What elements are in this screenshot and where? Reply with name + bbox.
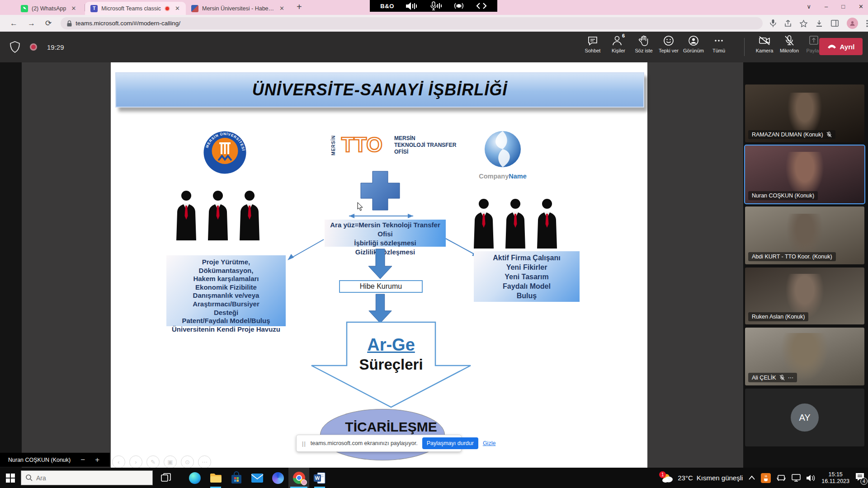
word-icon[interactable]: W: [309, 468, 330, 488]
side-panel-icon[interactable]: [831, 20, 839, 27]
tab-search-chevron-icon[interactable]: ∨: [807, 3, 811, 10]
tab-title: Mersin Üniversitesi - Haberler -: [202, 5, 274, 12]
mail-icon[interactable]: [247, 468, 268, 488]
tab-title: Microsoft Teams classic: [101, 5, 161, 12]
participant-tile[interactable]: RAMAZAN DUMAN (Konuk): [745, 84, 864, 142]
tab-teams[interactable]: T Microsoft Teams classic ✕: [85, 2, 186, 15]
maximize-icon[interactable]: □: [841, 3, 845, 10]
ms-store-icon[interactable]: [226, 468, 247, 488]
edge-icon[interactable]: [184, 468, 205, 488]
network-icon[interactable]: [792, 474, 801, 482]
zoom-out-button[interactable]: −: [80, 455, 85, 465]
zoom-in-button[interactable]: +: [95, 455, 99, 465]
participant-tile[interactable]: Ali ÇELİK ⋯: [745, 328, 864, 385]
code-brackets-icon[interactable]: [476, 3, 487, 9]
system-tray: 1 23°C Kısmen güneşli 15:15 16.11.2023 4: [661, 468, 868, 488]
prev-slide-icon[interactable]: ‹: [112, 455, 125, 469]
back-icon[interactable]: ←: [10, 19, 18, 28]
tab-mersin[interactable]: Mersin Üniversitesi - Haberler - ✕: [186, 2, 290, 15]
menu-kebab-icon[interactable]: [866, 20, 868, 27]
recording-dot-icon: [30, 43, 37, 51]
file-explorer-icon[interactable]: [205, 468, 226, 488]
microphone-button[interactable]: Mikrofon: [777, 35, 802, 53]
raise-hand-button[interactable]: Söz iste: [631, 35, 656, 53]
notification-center-button[interactable]: 4: [855, 473, 864, 483]
more-button[interactable]: Tümü: [706, 35, 731, 53]
participant-tile[interactable]: Abdi KURT - TTO Koor. (Konuk): [745, 206, 864, 264]
people-button[interactable]: 6 Kişiler: [606, 35, 631, 53]
start-button[interactable]: [0, 468, 21, 488]
address-bar-icons: [770, 18, 868, 29]
reload-icon[interactable]: ⟳: [45, 19, 52, 28]
university-activities-box: Proje Yürütme, Dökümantasyon, Hakem karş…: [166, 255, 286, 326]
tto-letters: TTO: [341, 134, 389, 156]
profile-avatar[interactable]: [847, 18, 858, 29]
presenter-name: Nuran COŞKUN (Konuk): [8, 457, 71, 463]
radar-icon[interactable]: [454, 1, 464, 11]
company-logo: [484, 130, 522, 168]
download-icon[interactable]: [816, 20, 823, 27]
java-update-icon[interactable]: [761, 473, 771, 483]
tab-close-icon[interactable]: ✕: [70, 5, 77, 12]
taskbar-clock[interactable]: 15:15 16.11.2023: [821, 471, 849, 485]
forward-icon[interactable]: →: [28, 19, 35, 28]
pen-icon[interactable]: ✎: [146, 455, 160, 469]
task-view-button[interactable]: [156, 468, 176, 488]
tab-whatsapp[interactable]: (2) WhatsApp ✕: [15, 2, 82, 15]
bo-audio-overlay: B&O: [370, 0, 497, 12]
screen: (2) WhatsApp ✕ T Microsoft Teams classic…: [0, 0, 868, 488]
bookmark-star-icon[interactable]: [800, 20, 807, 27]
more-controls-icon[interactable]: ⋯: [198, 455, 211, 469]
next-slide-icon[interactable]: ›: [129, 455, 142, 469]
chat-button[interactable]: Sohbet: [580, 35, 605, 53]
processes-label: Süreçleri: [311, 356, 471, 373]
participant-name-chip: Abdi KURT - TTO Koor. (Konuk): [748, 252, 836, 261]
search-input[interactable]: [36, 474, 136, 482]
whatsapp-icon: [21, 5, 28, 12]
share-icon[interactable]: [784, 20, 792, 27]
clock-time: 15:15: [821, 471, 849, 478]
volume-icon[interactable]: [807, 474, 816, 482]
screen-cast-icon[interactable]: [777, 474, 786, 482]
speaker-level-icon[interactable]: [406, 2, 418, 10]
stop-sharing-button[interactable]: Paylaşmayı durdur: [422, 437, 478, 449]
clock-date: 16.11.2023: [821, 478, 849, 485]
voice-search-icon[interactable]: [770, 19, 776, 28]
tto-logo: MERSİN TTO MERSİN TEKNOLOJİ TRANSFER OFİ…: [331, 134, 456, 156]
chrome-icon[interactable]: [288, 468, 309, 488]
participant-tile-active-speaker[interactable]: Nuran COŞKUN (Konuk): [745, 145, 864, 203]
participant-name-chip: Ruken Aslan (Konuk): [748, 312, 808, 321]
close-icon[interactable]: ✕: [859, 3, 863, 10]
weather-temp: 23°C: [678, 474, 693, 482]
new-tab-button[interactable]: +: [297, 2, 302, 12]
notes-icon[interactable]: ▣: [164, 455, 177, 469]
mersin-university-logo: MERSİN ÜNİVERSİTESİ 1992: [203, 131, 247, 174]
tray-chevron-icon[interactable]: [749, 476, 755, 480]
zoom-icon[interactable]: ⊙: [181, 455, 194, 469]
copilot-icon[interactable]: [268, 468, 288, 488]
taskbar-search[interactable]: [21, 470, 153, 485]
mic-level-icon[interactable]: [430, 2, 442, 10]
hide-link[interactable]: Gizle: [483, 440, 495, 446]
people-count: 6: [622, 33, 625, 38]
tab-close-icon[interactable]: ✕: [174, 5, 181, 12]
teams-meeting-toolbar: 19:29 Sohbet 6 Kişiler Söz iste Tepki ve…: [0, 32, 868, 62]
react-button[interactable]: Tepki ver: [656, 35, 681, 53]
tab-close-icon[interactable]: ✕: [278, 5, 286, 12]
camera-button[interactable]: Kamera: [752, 35, 777, 53]
address-bar[interactable]: teams.microsoft.com/#/modern-calling/: [61, 17, 763, 29]
participant-tile-avatar[interactable]: AY: [745, 389, 864, 446]
mouse-cursor: [357, 202, 363, 211]
slide-title: ÜNİVERSİTE-SANAYİ İŞBİRLİĞİ: [252, 80, 507, 99]
university-people-silhouettes: [173, 190, 263, 240]
hangup-icon: [827, 44, 836, 49]
view-button[interactable]: Görünüm: [681, 35, 706, 53]
mic-off-icon: [826, 131, 832, 138]
browser-toolbar: ← → ⟳ teams.microsoft.com/#/modern-calli…: [0, 15, 868, 32]
leave-button[interactable]: Ayrıl: [819, 38, 863, 55]
taskbar-weather[interactable]: 1 23°C Kısmen güneşli: [661, 473, 743, 483]
participant-tile[interactable]: Ruken Aslan (Konuk): [745, 267, 864, 324]
minimize-icon[interactable]: –: [825, 3, 828, 10]
participant-more-icon[interactable]: ⋯: [788, 374, 794, 381]
meeting-status: 19:29: [10, 32, 64, 62]
